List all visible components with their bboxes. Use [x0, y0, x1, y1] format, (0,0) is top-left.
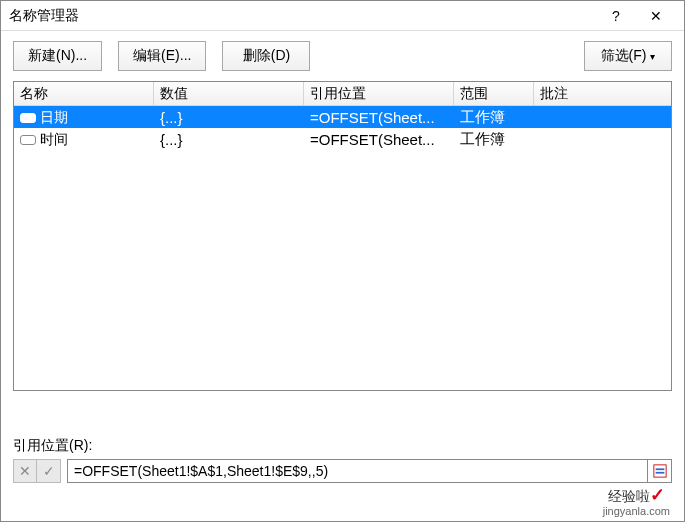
column-header-comment[interactable]: 批注: [534, 82, 671, 105]
row-value: {...}: [154, 130, 304, 149]
row-name: 日期: [40, 109, 68, 125]
titlebar: 名称管理器 ? ✕: [1, 1, 684, 31]
row-comment: [534, 116, 671, 118]
filter-button[interactable]: 筛选(F): [584, 41, 672, 71]
list-row[interactable]: 时间 {...} =OFFSET(Sheet... 工作簿: [14, 128, 671, 150]
toolbar: 新建(N)... 编辑(E)... 删除(D) 筛选(F): [1, 31, 684, 81]
delete-button[interactable]: 删除(D): [222, 41, 310, 71]
column-header-refers[interactable]: 引用位置: [304, 82, 454, 105]
row-scope: 工作簿: [454, 129, 534, 150]
watermark: 经验啦✓ jingyanla.com: [603, 484, 670, 517]
row-comment: [534, 138, 671, 140]
row-name-cell: 日期: [14, 107, 154, 128]
check-icon: ✓: [650, 485, 665, 505]
new-button[interactable]: 新建(N)...: [13, 41, 102, 71]
collapse-dialog-icon[interactable]: [648, 459, 672, 483]
row-refers: =OFFSET(Sheet...: [304, 108, 454, 127]
column-header-scope[interactable]: 范围: [454, 82, 534, 105]
watermark-sub: jingyanla.com: [603, 506, 670, 517]
row-value: {...}: [154, 108, 304, 127]
row-refers: =OFFSET(Sheet...: [304, 130, 454, 149]
confirm-edit-icon[interactable]: ✓: [37, 459, 61, 483]
window-title: 名称管理器: [9, 7, 596, 25]
column-header-name[interactable]: 名称: [14, 82, 154, 105]
svg-rect-1: [655, 468, 664, 470]
list-header: 名称 数值 引用位置 范围 批注: [14, 82, 671, 106]
svg-rect-2: [655, 472, 664, 474]
row-scope: 工作簿: [454, 107, 534, 128]
name-icon: [20, 135, 36, 145]
column-header-value[interactable]: 数值: [154, 82, 304, 105]
refersto-section: 引用位置(R): ✕ ✓: [13, 437, 672, 483]
close-button[interactable]: ✕: [636, 2, 676, 30]
refersto-label: 引用位置(R):: [13, 437, 672, 455]
cancel-edit-icon[interactable]: ✕: [13, 459, 37, 483]
svg-rect-0: [653, 465, 665, 477]
refersto-row: ✕ ✓: [13, 459, 672, 483]
watermark-main: 经验啦: [608, 488, 650, 504]
help-button[interactable]: ?: [596, 2, 636, 30]
refersto-input[interactable]: [67, 459, 648, 483]
toolbar-spacer: [326, 41, 568, 71]
row-name-cell: 时间: [14, 129, 154, 150]
list-row[interactable]: 日期 {...} =OFFSET(Sheet... 工作簿: [14, 106, 671, 128]
name-icon: [20, 113, 36, 123]
edit-button[interactable]: 编辑(E)...: [118, 41, 206, 71]
names-list: 名称 数值 引用位置 范围 批注 日期 {...} =OFFSET(Sheet.…: [13, 81, 672, 391]
row-name: 时间: [40, 131, 68, 147]
